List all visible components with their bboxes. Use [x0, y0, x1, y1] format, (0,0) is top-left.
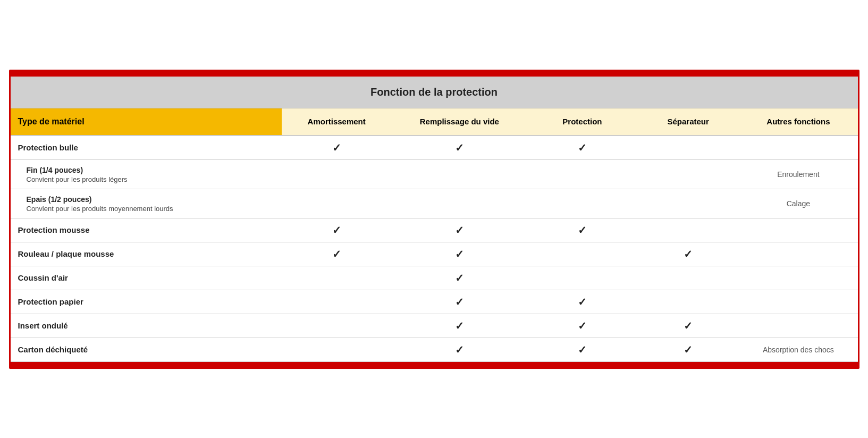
- bottom-border-bar: [11, 362, 858, 367]
- sub-label: Epais (1/2 pouces): [27, 195, 92, 204]
- cell-autres-insert-ondule: [739, 314, 857, 338]
- main-label: Carton déchiqueté: [18, 345, 88, 354]
- cell-autres-fin-pouces: Enroulement: [739, 159, 857, 189]
- cell-remplissage-epais-pouces: [392, 189, 527, 218]
- cell-protection-rouleau-plaque-mousse: [527, 242, 637, 266]
- cell-remplissage-protection-bulle: ✓: [392, 136, 527, 160]
- cell-autres-epais-pouces: Calage: [739, 189, 857, 218]
- table-row: Epais (1/2 pouces)Convient pour les prod…: [11, 189, 858, 218]
- main-label: Coussin d'air: [18, 273, 68, 282]
- checkmark-icon: ✓: [684, 344, 693, 356]
- cell-amortissement-fin-pouces: [282, 159, 392, 189]
- sub-detail: Convient pour les produits légers: [27, 175, 128, 183]
- cell-autres-coussin-air: [739, 266, 857, 290]
- table-body: Protection bulle✓✓✓Fin (1/4 pouces)Convi…: [11, 136, 858, 362]
- cell-type-insert-ondule: Insert ondulé: [11, 314, 282, 338]
- cell-separateur-insert-ondule: ✓: [637, 314, 739, 338]
- cell-remplissage-fin-pouces: [392, 159, 527, 189]
- table-row: Coussin d'air✓: [11, 266, 858, 290]
- cell-amortissement-insert-ondule: [282, 314, 392, 338]
- cell-remplissage-carton-dechiquete: ✓: [392, 338, 527, 361]
- checkmark-icon: ✓: [332, 248, 341, 260]
- cell-type-protection-mousse: Protection mousse: [11, 218, 282, 242]
- checkmark-icon: ✓: [332, 142, 341, 154]
- main-label: Protection papier: [18, 297, 83, 306]
- main-label: Insert ondulé: [18, 321, 68, 330]
- table-row: Rouleau / plaque mousse✓✓✓: [11, 242, 858, 266]
- table-row: Insert ondulé✓✓✓: [11, 314, 858, 338]
- checkmark-icon: ✓: [332, 224, 341, 236]
- cell-remplissage-protection-mousse: ✓: [392, 218, 527, 242]
- cell-protection-coussin-air: [527, 266, 637, 290]
- checkmark-icon: ✓: [455, 320, 464, 332]
- col-header-separateur: Séparateur: [637, 108, 739, 136]
- table-row: Protection mousse✓✓✓: [11, 218, 858, 242]
- cell-remplissage-coussin-air: ✓: [392, 266, 527, 290]
- cell-separateur-carton-dechiquete: ✓: [637, 338, 739, 361]
- col-header-protection: Protection: [527, 108, 637, 136]
- cell-protection-insert-ondule: ✓: [527, 314, 637, 338]
- checkmark-icon: ✓: [578, 344, 587, 356]
- autres-value: Enroulement: [777, 170, 819, 179]
- col-header-remplissage: Remplissage du vide: [392, 108, 527, 136]
- checkmark-icon: ✓: [455, 248, 464, 260]
- cell-amortissement-protection-papier: [282, 290, 392, 314]
- checkmark-icon: ✓: [578, 142, 587, 154]
- cell-amortissement-protection-mousse: ✓: [282, 218, 392, 242]
- cell-amortissement-epais-pouces: [282, 189, 392, 218]
- cell-protection-protection-papier: ✓: [527, 290, 637, 314]
- cell-amortissement-carton-dechiquete: [282, 338, 392, 361]
- checkmark-icon: ✓: [684, 320, 693, 332]
- cell-autres-protection-bulle: [739, 136, 857, 160]
- table-row: Protection papier✓✓: [11, 290, 858, 314]
- cell-type-rouleau-plaque-mousse: Rouleau / plaque mousse: [11, 242, 282, 266]
- cell-type-protection-bulle: Protection bulle: [11, 136, 282, 160]
- main-label: Rouleau / plaque mousse: [18, 249, 114, 258]
- cell-type-fin-pouces: Fin (1/4 pouces)Convient pour les produi…: [11, 159, 282, 189]
- cell-autres-protection-mousse: [739, 218, 857, 242]
- cell-amortissement-rouleau-plaque-mousse: ✓: [282, 242, 392, 266]
- column-header-row: Type de matériel Amortissement Remplissa…: [11, 108, 858, 136]
- cell-separateur-protection-mousse: [637, 218, 739, 242]
- cell-protection-epais-pouces: [527, 189, 637, 218]
- autres-value: Absorption des chocs: [763, 346, 834, 354]
- col-header-amortissement: Amortissement: [282, 108, 392, 136]
- cell-protection-carton-dechiquete: ✓: [527, 338, 637, 361]
- cell-separateur-rouleau-plaque-mousse: ✓: [637, 242, 739, 266]
- sub-label: Fin (1/4 pouces): [27, 166, 83, 174]
- cell-protection-protection-mousse: ✓: [527, 218, 637, 242]
- autres-value: Calage: [787, 199, 810, 208]
- cell-autres-carton-dechiquete: Absorption des chocs: [739, 338, 857, 361]
- checkmark-icon: ✓: [578, 296, 587, 308]
- main-table-wrapper: Fonction de la protection Type de matéri…: [9, 70, 859, 369]
- cell-remplissage-protection-papier: ✓: [392, 290, 527, 314]
- checkmark-icon: ✓: [578, 320, 587, 332]
- cell-type-protection-papier: Protection papier: [11, 290, 282, 314]
- cell-amortissement-coussin-air: [282, 266, 392, 290]
- table-main-header: Fonction de la protection: [11, 77, 858, 108]
- main-label: Protection mousse: [18, 225, 90, 234]
- table-row: Protection bulle✓✓✓: [11, 136, 858, 160]
- cell-type-epais-pouces: Epais (1/2 pouces)Convient pour les prod…: [11, 189, 282, 218]
- cell-separateur-fin-pouces: [637, 159, 739, 189]
- top-border-bar: [11, 71, 858, 77]
- cell-remplissage-insert-ondule: ✓: [392, 314, 527, 338]
- col-header-type: Type de matériel: [11, 108, 282, 136]
- col-header-autres: Autres fonctions: [739, 108, 857, 136]
- checkmark-icon: ✓: [455, 344, 464, 356]
- sub-detail: Convient pour les produits moyennement l…: [27, 205, 173, 213]
- checkmark-icon: ✓: [455, 296, 464, 308]
- cell-separateur-epais-pouces: [637, 189, 739, 218]
- table-row: Carton déchiqueté✓✓✓Absorption des chocs: [11, 338, 858, 361]
- checkmark-icon: ✓: [455, 224, 464, 236]
- checkmark-icon: ✓: [455, 142, 464, 154]
- cell-separateur-protection-bulle: [637, 136, 739, 160]
- cell-type-coussin-air: Coussin d'air: [11, 266, 282, 290]
- cell-autres-rouleau-plaque-mousse: [739, 242, 857, 266]
- cell-autres-protection-papier: [739, 290, 857, 314]
- main-label: Protection bulle: [18, 143, 78, 152]
- cell-separateur-protection-papier: [637, 290, 739, 314]
- main-title: Fonction de la protection: [370, 86, 498, 98]
- cell-separateur-coussin-air: [637, 266, 739, 290]
- cell-amortissement-protection-bulle: ✓: [282, 136, 392, 160]
